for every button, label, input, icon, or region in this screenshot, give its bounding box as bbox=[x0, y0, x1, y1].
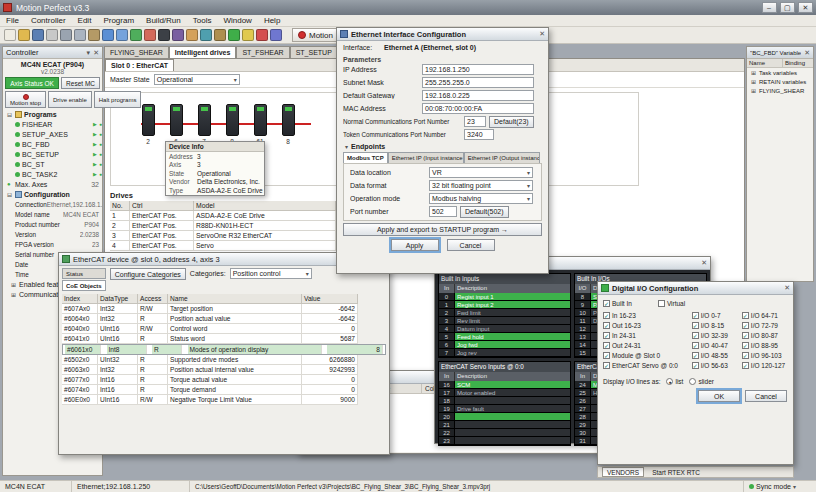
menu-item[interactable]: Program bbox=[97, 16, 140, 25]
ethernet-dialog-titlebar[interactable]: Ethernet Interface Configuration ✕ bbox=[337, 28, 548, 41]
io-range-checkbox[interactable]: ✓ I/O 80-87 bbox=[742, 330, 788, 340]
toolbar-icon[interactable] bbox=[74, 29, 86, 41]
categories-select[interactable]: Position control ▾ bbox=[230, 268, 312, 279]
coe-row[interactable]: #6063x0 Int32 R Position actual internal… bbox=[62, 365, 386, 375]
coe-row[interactable]: #607Ax0 Int32 R/W Target position -6642 bbox=[62, 304, 386, 314]
motion-stop-panel-button[interactable]: Motion stop bbox=[5, 91, 46, 108]
menu-item[interactable]: Controller bbox=[25, 16, 72, 25]
close-icon[interactable]: ✕ bbox=[804, 48, 810, 58]
toolbar-icon[interactable] bbox=[158, 29, 170, 41]
program-item[interactable]: BC_ST ▶ ● bbox=[3, 159, 102, 169]
motion-stop-button[interactable]: Motion bbox=[292, 28, 339, 42]
app-titlebar[interactable]: Motion Perfect v3.3 – ▢ ✕ bbox=[0, 0, 816, 15]
toolbar-icon[interactable] bbox=[214, 29, 226, 41]
close-icon[interactable]: ✕ bbox=[701, 258, 707, 268]
binding-column-header[interactable]: Binding bbox=[783, 59, 813, 67]
program-run-icon[interactable]: ▶ bbox=[93, 141, 97, 147]
close-icon[interactable]: ✕ bbox=[539, 29, 545, 39]
program-item[interactable]: BC_TASK2 ▶ ● bbox=[3, 169, 102, 179]
programs-node[interactable]: ⊟ Programs bbox=[3, 109, 102, 119]
program-item[interactable]: SETUP_AXES ▶ ● bbox=[3, 129, 102, 139]
virtual-checkbox[interactable]: Virtual bbox=[658, 298, 685, 308]
coe-row[interactable]: #6074x0 Int16 R Torque demand 0 bbox=[62, 385, 386, 395]
io-line[interactable]: 20 bbox=[439, 413, 570, 421]
io-line[interactable]: 6 Jog fwd bbox=[439, 341, 570, 349]
token-port-input[interactable]: 3240 bbox=[464, 129, 494, 140]
io-line[interactable]: 7 Jog rev bbox=[439, 349, 570, 357]
program-run-icon[interactable]: ▶ bbox=[93, 151, 97, 157]
tab-coe-objects[interactable]: CoE Objects bbox=[62, 280, 106, 291]
io-line[interactable]: 1 Regist input 2 bbox=[439, 301, 570, 309]
drives-column-header[interactable]: No. bbox=[110, 201, 130, 211]
halt-programs-button[interactable]: Halt programs bbox=[94, 91, 142, 108]
coe-column-header[interactable]: DataType bbox=[98, 294, 138, 304]
data-location-select[interactable]: VR ▾ bbox=[429, 167, 533, 178]
cancel-button[interactable]: Cancel bbox=[745, 390, 787, 402]
drive-icon[interactable]: 61 bbox=[249, 104, 271, 145]
document-tab[interactable]: Intelligent drives bbox=[169, 46, 237, 58]
toolbar-icon[interactable] bbox=[88, 29, 100, 41]
io-range-checkbox[interactable]: ✓ Out 16-23 bbox=[603, 320, 688, 330]
variables-tree-item[interactable]: ⊞ FLYING_SHEAR bbox=[747, 86, 813, 95]
cancel-button[interactable]: Cancel bbox=[447, 239, 495, 251]
io-range-checkbox[interactable]: ✓ I/O 8-15 bbox=[692, 320, 738, 330]
ok-button[interactable]: OK bbox=[698, 390, 740, 402]
drive-icon[interactable]: 7 bbox=[193, 104, 215, 145]
toolbar-icon[interactable] bbox=[102, 29, 114, 41]
program-run-icon[interactable]: ▶ bbox=[93, 121, 97, 127]
menu-item[interactable]: Help bbox=[258, 16, 286, 25]
tab-status[interactable]: Status bbox=[62, 268, 106, 279]
menu-item[interactable]: Tools bbox=[187, 16, 218, 25]
field-input[interactable]: 255.255.255.0 bbox=[422, 77, 534, 88]
program-item[interactable]: BC_FBD ▶ ● bbox=[3, 139, 102, 149]
tree-expand-icon[interactable]: ⊞ bbox=[751, 87, 759, 94]
radio-list[interactable]: ● list bbox=[666, 376, 683, 386]
toolbar-icon[interactable] bbox=[46, 29, 58, 41]
io-range-checkbox[interactable]: ✓ I/O 120-127 bbox=[742, 360, 788, 370]
reset-mc-button[interactable]: Reset MC bbox=[61, 77, 100, 89]
tab-ethernet-ip-output[interactable]: Ethernet IP (Output instance 101) bbox=[464, 152, 540, 163]
menu-item[interactable]: Build/Run bbox=[140, 16, 187, 25]
io-line[interactable]: 5 Feed hold bbox=[439, 333, 570, 341]
data-format-select[interactable]: 32 bit floating point ▾ bbox=[429, 180, 533, 191]
toolbar-icon[interactable] bbox=[130, 29, 142, 41]
field-input[interactable]: 00:08:70:00:00:FA bbox=[422, 103, 534, 114]
io-range-checkbox[interactable]: ✓ Out 24-31 bbox=[603, 340, 688, 350]
program-run-icon[interactable]: ▶ bbox=[93, 171, 97, 177]
document-tab[interactable]: FLYING_SHEAR bbox=[104, 46, 169, 58]
program-run-icon[interactable]: ▶ bbox=[93, 131, 97, 137]
coe-column-header[interactable]: Access bbox=[138, 294, 168, 304]
close-icon[interactable]: ✕ bbox=[784, 283, 790, 293]
program-item[interactable]: FISHEAR ▶ ● bbox=[3, 119, 102, 129]
apply-button[interactable]: Apply bbox=[391, 239, 439, 251]
coe-column-header[interactable]: Name bbox=[168, 294, 302, 304]
name-column-header[interactable]: Name bbox=[747, 59, 783, 67]
normal-port-input[interactable]: 23 bbox=[464, 116, 486, 127]
document-tab[interactable]: ST_FSHEAR bbox=[236, 46, 289, 58]
io-line[interactable]: 18 bbox=[439, 397, 570, 405]
normal-port-default-button[interactable]: Default(23) bbox=[489, 116, 534, 128]
io-line[interactable]: 4 Datum input bbox=[439, 325, 570, 333]
io-line[interactable]: 3 Rev limit bbox=[439, 317, 570, 325]
close-button[interactable]: ✕ bbox=[798, 2, 813, 13]
toolbar-icon[interactable] bbox=[60, 29, 72, 41]
io-line[interactable]: 16 SCM bbox=[439, 381, 570, 389]
document-tab[interactable]: ST_SETUP bbox=[290, 46, 338, 58]
io-line[interactable]: 21 bbox=[439, 421, 570, 429]
variables-panel-header[interactable]: "BC_FBD" Variables ✕ bbox=[747, 47, 813, 59]
master-state-select[interactable]: Operational ▾ bbox=[154, 74, 240, 85]
minimize-button[interactable]: – bbox=[762, 2, 777, 13]
io-line[interactable]: 0 Regist input 1 bbox=[439, 293, 570, 301]
io-config-titlebar[interactable]: Digital I/O Configuration ✕ bbox=[598, 282, 793, 295]
configuration-node[interactable]: ⊟ Configuration bbox=[3, 189, 102, 199]
builtin-checkbox[interactable]: ✓ Built In bbox=[603, 298, 632, 308]
coe-row[interactable]: #6061x0 Int8 R Modes of operation displa… bbox=[62, 344, 386, 355]
tab-ethernet-ip-input[interactable]: Ethernet IP (Input instance 100) bbox=[388, 152, 464, 163]
toolbar-icon[interactable] bbox=[172, 29, 184, 41]
close-icon[interactable]: ✕ bbox=[93, 48, 99, 58]
apply-export-button[interactable]: Apply and export to STARTUP program → bbox=[343, 223, 542, 236]
io-line[interactable]: 19 Drive fault bbox=[439, 405, 570, 413]
port-number-input[interactable]: 502 bbox=[429, 206, 457, 217]
chevron-down-icon[interactable]: ▾ bbox=[345, 143, 348, 150]
radio-slider[interactable]: slider bbox=[689, 376, 714, 386]
